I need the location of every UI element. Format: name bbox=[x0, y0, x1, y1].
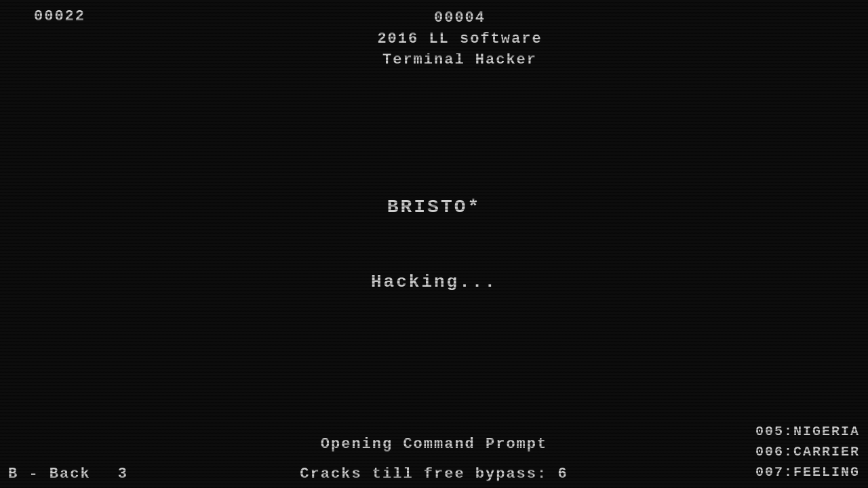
main-content: BRISTO* Hacking... bbox=[371, 197, 497, 292]
screen: 00022 00004 2016 LL software Terminal Ha… bbox=[0, 0, 868, 488]
hacking-status: Hacking... bbox=[371, 272, 497, 292]
header-center-code: 00004 bbox=[377, 8, 542, 29]
right-list: 005:NIGERIA 006:CARRIER 007:FEELING bbox=[755, 422, 860, 483]
header-title-line2: Terminal Hacker bbox=[377, 50, 542, 71]
opening-prompt: Opening Command Prompt bbox=[321, 436, 547, 453]
back-number: 3 bbox=[118, 466, 127, 483]
header: 00022 00004 2016 LL software Terminal Ha… bbox=[0, 8, 868, 70]
target-name: BRISTO* bbox=[371, 197, 497, 218]
header-title-line1: 2016 LL software bbox=[377, 29, 542, 50]
back-button[interactable]: B - Back bbox=[8, 466, 91, 483]
header-center: 00004 2016 LL software Terminal Hacker bbox=[377, 8, 542, 70]
right-list-item-0: 005:NIGERIA bbox=[755, 422, 860, 442]
cracks-info: Cracks till free bypass: 6 bbox=[300, 466, 568, 483]
right-list-item-1: 006:CARRIER bbox=[755, 442, 860, 462]
right-list-item-2: 007:FEELING bbox=[755, 462, 860, 483]
bottom-bar: Opening Command Prompt B - Back 3 Cracks… bbox=[0, 427, 868, 488]
header-left-code: 00022 bbox=[34, 8, 85, 25]
